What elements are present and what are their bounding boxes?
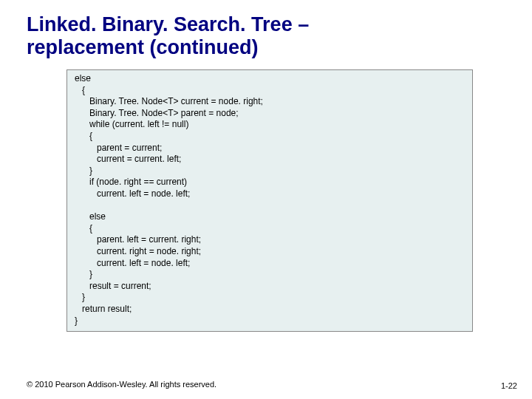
- copyright-text: © 2010 Pearson Addison-Wesley. All right…: [27, 380, 216, 389]
- title-line-1: Linked. Binary. Search. Tree –: [27, 13, 309, 35]
- page-number: 1-22: [501, 381, 517, 390]
- slide: Linked. Binary. Search. Tree – replaceme…: [0, 0, 532, 399]
- slide-title: Linked. Binary. Search. Tree – replaceme…: [27, 13, 511, 59]
- code-block: else { Binary. Tree. Node<T> current = n…: [66, 69, 473, 332]
- title-line-2: replacement (continued): [27, 36, 259, 58]
